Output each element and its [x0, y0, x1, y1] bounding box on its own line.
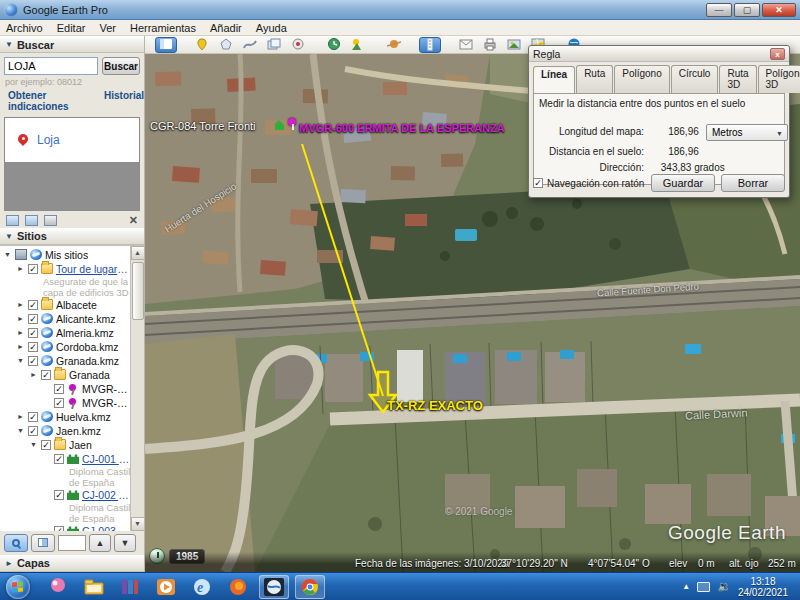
close-results-icon[interactable]: ✕ [129, 214, 138, 227]
close-button[interactable]: ✕ [762, 3, 796, 17]
item-checkbox[interactable]: ✓ [41, 440, 51, 450]
collapse-icon[interactable]: ▼ [16, 427, 25, 434]
ruler-dialog[interactable]: Regla x LíneaRutaPolígonoCírculoRuta 3DP… [528, 45, 790, 198]
add-path-button[interactable] [239, 37, 261, 53]
item-checkbox[interactable]: ✓ [28, 300, 38, 310]
record-tour-button[interactable] [287, 37, 309, 53]
places-item-almeria-kmz[interactable]: ►✓Almeria.kmz [0, 326, 130, 340]
sunlight-button[interactable] [347, 37, 369, 53]
menu-item-archivo[interactable]: Archivo [6, 22, 43, 34]
clear-button[interactable]: Borrar [721, 174, 785, 192]
item-checkbox[interactable]: ✓ [41, 370, 51, 380]
add-placemark-button[interactable] [191, 37, 213, 53]
item-checkbox[interactable]: ✓ [54, 384, 64, 394]
item-checkbox[interactable]: ✓ [54, 398, 64, 408]
network-icon[interactable] [697, 582, 710, 592]
maximize-button[interactable]: ▢ [734, 3, 760, 17]
print-button[interactable] [479, 37, 501, 53]
places-item-huelva-kmz[interactable]: ►✓Huelva.kmz [0, 410, 130, 424]
minimize-button[interactable]: — [706, 3, 732, 17]
expand-icon[interactable]: ► [16, 343, 25, 350]
print-results-button[interactable] [44, 215, 57, 226]
scroll-down-icon[interactable]: ▼ [131, 517, 145, 531]
green-house-icon[interactable] [274, 120, 285, 130]
email-button[interactable] [455, 37, 477, 53]
layers-panel-header[interactable]: ► Capas [0, 555, 144, 572]
copy-image-button[interactable] [6, 215, 19, 226]
toggle-sidebar-button[interactable] [155, 37, 177, 53]
ruler-tab-c-rculo[interactable]: Círculo [671, 65, 719, 93]
places-item-cordoba-kmz[interactable]: ►✓Cordoba.kmz [0, 340, 130, 354]
start-button[interactable] [6, 575, 30, 599]
taskbar-media-player-icon[interactable] [151, 575, 181, 599]
menu-item-a-adir[interactable]: Añadir [210, 22, 242, 34]
mouse-navigation-checkbox[interactable]: ✓ [533, 178, 543, 188]
taskbar-google-earth-icon[interactable] [259, 575, 289, 599]
places-item-granada-kmz[interactable]: ▼✓Granada.kmz [0, 354, 130, 368]
ruler-tab-l-nea[interactable]: Línea [533, 66, 575, 94]
ruler-tab-pol-gono[interactable]: Polígono [614, 65, 669, 93]
places-item-cj-001-castillo-de[interactable]: ✓CJ-001 Castillo de [0, 452, 130, 466]
places-filter-input[interactable] [58, 535, 86, 551]
menu-item-herramientas[interactable]: Herramientas [130, 22, 196, 34]
places-scrollbar[interactable]: ▲ ▼ [130, 246, 144, 531]
scroll-up-icon[interactable]: ▲ [131, 246, 145, 260]
item-checkbox[interactable]: ✓ [28, 264, 38, 274]
places-item-cj-002-alcazaba-d[interactable]: ✓CJ-002 Alcazaba d [0, 488, 130, 502]
item-checkbox[interactable]: ✓ [28, 356, 38, 366]
taskbar-file-explorer-icon[interactable] [79, 575, 109, 599]
copy-button[interactable] [25, 215, 38, 226]
taskbar-firefox-icon[interactable] [223, 575, 253, 599]
expand-icon[interactable]: ► [29, 371, 38, 378]
expand-icon[interactable]: ► [16, 413, 25, 420]
history-link[interactable]: Historial [104, 90, 144, 112]
places-item-albacete[interactable]: ►✓Albacete [0, 298, 130, 312]
item-checkbox[interactable]: ✓ [54, 490, 64, 500]
item-checkbox[interactable]: ✓ [28, 328, 38, 338]
historical-imagery-button[interactable] [323, 37, 345, 53]
search-panel-header[interactable]: ▼ Buscar [0, 36, 144, 53]
places-item-jaen[interactable]: ▼✓Jaen [0, 438, 130, 452]
ruler-tab-ruta-3d[interactable]: Ruta 3D [719, 65, 756, 93]
ruler-button[interactable] [419, 37, 441, 53]
menu-item-editar[interactable]: Editar [57, 22, 86, 34]
planets-button[interactable] [383, 37, 405, 53]
search-input[interactable] [4, 57, 98, 75]
expand-icon[interactable]: ► [16, 315, 25, 322]
search-result-item[interactable]: Loja [5, 118, 139, 162]
collapse-icon[interactable]: ▼ [3, 251, 12, 258]
expand-icon[interactable]: ► [16, 301, 25, 308]
placemark-label-txrz[interactable]: TX-RZ EXACTO [387, 398, 483, 413]
unit-dropdown[interactable]: Metros ▼ [706, 124, 788, 141]
item-checkbox[interactable]: ✓ [28, 412, 38, 422]
ruler-tab-ruta[interactable]: Ruta [576, 65, 613, 93]
taskbar-remote-app-icon[interactable] [43, 575, 73, 599]
save-image-button[interactable] [503, 37, 525, 53]
places-item-jaen-kmz[interactable]: ▼✓Jaen.kmz [0, 424, 130, 438]
places-item-mis-sitios[interactable]: ▼Mis sitios [0, 248, 130, 262]
item-checkbox[interactable]: ✓ [54, 454, 64, 464]
add-image-overlay-button[interactable] [263, 37, 285, 53]
collapse-icon[interactable]: ▼ [16, 357, 25, 364]
places-item-granada[interactable]: ►✓Granada [0, 368, 130, 382]
tray-expand-icon[interactable]: ▲ [682, 582, 690, 591]
taskbar-winrar-icon[interactable] [115, 575, 145, 599]
taskbar-internet-explorer-icon[interactable]: e [187, 575, 217, 599]
scrollbar-thumb[interactable] [132, 262, 144, 320]
save-button[interactable]: Guardar [651, 174, 715, 192]
ruler-tab-pol-gono-3d[interactable]: Polígono 3D [758, 65, 800, 93]
magenta-pin-icon[interactable] [287, 118, 297, 130]
menu-item-ayuda[interactable]: Ayuda [256, 22, 287, 34]
get-directions-link[interactable]: Obtener indicaciones [8, 90, 96, 112]
taskbar-clock[interactable]: 13:18 24/02/2021 [738, 576, 792, 598]
item-checkbox[interactable]: ✓ [28, 342, 38, 352]
ruler-close-icon[interactable]: x [770, 48, 785, 60]
volume-icon[interactable]: 🔉 [717, 580, 731, 593]
item-checkbox[interactable]: ✓ [28, 314, 38, 324]
placemark-label-mvgr600[interactable]: MVGR-600 ERMITA DE LA ESPERANZA [299, 122, 505, 134]
placemark-label-cgr084[interactable]: CGR-084 Torre Fronti [150, 120, 256, 132]
places-panel-header[interactable]: ▼ Sitios [0, 228, 144, 245]
menu-item-ver[interactable]: Ver [99, 22, 116, 34]
search-places-button[interactable] [4, 534, 28, 552]
move-up-button[interactable]: ▲ [89, 534, 111, 552]
